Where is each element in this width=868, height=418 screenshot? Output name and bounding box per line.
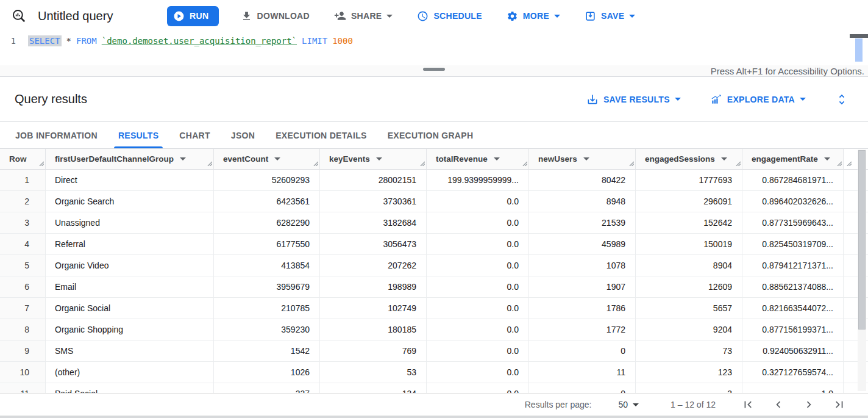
save-results-icon: [586, 93, 599, 106]
cell-newUsers: 1907: [529, 276, 636, 298]
tab-job-information[interactable]: JOB INFORMATION: [5, 122, 108, 148]
column-resize-icon[interactable]: [207, 159, 212, 168]
sql-keyword-limit: LIMIT: [302, 36, 327, 46]
chevron-down-icon: [554, 15, 560, 18]
column-sort-menu-icon[interactable]: [494, 157, 500, 160]
column-resize-icon[interactable]: [836, 159, 842, 168]
cell-engagedSessions: 9204: [636, 319, 742, 341]
play-icon: [173, 10, 185, 22]
column-header-engagementRate: engagementRate: [742, 149, 844, 170]
cell-totalRevenue: 0.0: [427, 341, 529, 362]
save-button[interactable]: SAVE: [582, 7, 638, 26]
sql-keyword-select: SELECT: [28, 35, 62, 46]
row-number: 1: [0, 170, 46, 191]
column-resize-icon[interactable]: [628, 159, 634, 168]
horizontal-scrollbar[interactable]: [0, 416, 868, 418]
first-page-button[interactable]: [740, 397, 756, 413]
column-header-firstUserDefaultChannelGroup: firstUserDefaultChannelGroup: [46, 149, 214, 170]
sql-code-line[interactable]: 1 SELECT * FROM `demo.demoset.user_acqui…: [0, 34, 868, 48]
query-results-header: Query results SAVE RESULTS EXPLORE DATA: [0, 77, 868, 122]
column-resize-icon[interactable]: [846, 159, 852, 168]
save-icon: [585, 10, 596, 22]
cell-engagedSessions: 3: [636, 383, 742, 393]
sql-editor[interactable]: 1 SELECT * FROM `demo.demoset.user_acqui…: [0, 34, 868, 65]
tab-execution-details[interactable]: EXECUTION DETAILS: [265, 122, 377, 148]
column-label: eventCount: [223, 154, 268, 164]
panel-resize-handle[interactable]: [423, 68, 445, 71]
chevron-down-icon: [633, 403, 639, 406]
column-resize-icon[interactable]: [735, 159, 741, 168]
cell-totalRevenue: 0.0: [427, 319, 529, 341]
column-header-engagedSessions: engagedSessions: [636, 149, 742, 170]
expand-panel-button[interactable]: [833, 89, 851, 110]
schedule-label: SCHEDULE: [433, 11, 482, 21]
run-button[interactable]: RUN: [167, 6, 219, 26]
cell-eventCount: 6282290: [214, 212, 320, 234]
gear-icon: [507, 10, 518, 22]
share-button[interactable]: SHARE: [332, 6, 396, 26]
query-icon: [11, 8, 27, 24]
tab-chart[interactable]: CHART: [169, 122, 221, 148]
column-label: engagementRate: [752, 154, 818, 164]
column-sort-menu-icon[interactable]: [376, 157, 382, 160]
cell-engagementRate: 0.877315969643...: [742, 212, 844, 234]
chevron-down-icon: [800, 98, 806, 101]
cell-eventCount: 359230: [214, 319, 320, 341]
explore-data-button[interactable]: EXPLORE DATA: [708, 90, 808, 109]
column-sort-menu-icon[interactable]: [583, 157, 589, 160]
previous-page-button[interactable]: [770, 397, 786, 413]
table-row: 8Organic Shopping3592301801850.017729204…: [0, 319, 868, 341]
table-scrollbar-track[interactable]: [858, 150, 866, 391]
cell-engagedSessions: 152642: [636, 212, 742, 234]
row-number: 2: [0, 191, 46, 212]
download-button[interactable]: DOWNLOAD: [238, 7, 312, 26]
prev-page-icon: [772, 398, 785, 411]
save-results-button[interactable]: SAVE RESULTS: [584, 90, 683, 109]
cell-engagementRate: 0.821663544072...: [742, 298, 844, 319]
column-resize-icon[interactable]: [522, 159, 527, 168]
query-title-group: Untitled query: [11, 8, 167, 24]
chevron-down-icon: [675, 98, 681, 101]
column-sort-menu-icon[interactable]: [274, 157, 280, 160]
table-row: 7Organic Social2107851027490.0178656570.…: [0, 298, 868, 319]
table-reference-link[interactable]: `demo.demoset.user_acquisition_report`: [102, 36, 297, 46]
chevron-down-icon: [386, 15, 393, 18]
cell-engagementRate: 0.879412171371...: [742, 255, 844, 276]
column-label: totalRevenue: [436, 154, 488, 164]
results-pagination-bar: Results per page: 50 1 – 12 of 12: [0, 393, 868, 416]
expand-icon: [835, 93, 848, 106]
tab-label: CHART: [179, 131, 210, 140]
explore-data-icon: [710, 93, 722, 106]
clock-icon: [417, 10, 429, 22]
cell-firstUserDefaultChannelGroup: Paid Social: [46, 383, 214, 393]
cell-engagementRate: 0.825450319709...: [742, 234, 844, 255]
column-resize-icon[interactable]: [419, 159, 425, 168]
column-resize-icon[interactable]: [313, 159, 318, 168]
tab-json[interactable]: JSON: [221, 122, 265, 148]
cell-totalRevenue: 0.0: [427, 255, 529, 276]
cell-keyEvents: 134: [320, 383, 427, 393]
editor-scrollbar[interactable]: [855, 38, 863, 62]
column-resize-icon[interactable]: [38, 159, 44, 168]
cell-engagedSessions: 12609: [636, 276, 742, 298]
row-number: 10: [0, 362, 46, 383]
line-number: 1: [0, 36, 28, 46]
cell-keyEvents: 53: [320, 362, 427, 383]
next-page-button[interactable]: [801, 397, 817, 413]
last-page-button[interactable]: [831, 397, 847, 413]
column-sort-menu-icon[interactable]: [721, 157, 727, 160]
table-scrollbar-thumb[interactable]: [858, 150, 866, 330]
column-sort-menu-icon[interactable]: [180, 157, 186, 160]
column-sort-menu-icon[interactable]: [824, 157, 830, 160]
toolbar-actions: RUN DOWNLOAD SHARE: [167, 6, 638, 26]
cell-engagementRate: 0.885621374088...: [742, 276, 844, 298]
query-results-title: Query results: [15, 92, 87, 106]
more-button[interactable]: MORE: [504, 7, 563, 26]
tab-execution-graph[interactable]: EXECUTION GRAPH: [377, 122, 484, 148]
tab-results[interactable]: RESULTS: [108, 122, 169, 148]
tab-label: EXECUTION DETAILS: [276, 131, 367, 140]
page-size-select[interactable]: 50: [618, 400, 639, 409]
cell-eventCount: 210785: [214, 298, 320, 319]
cell-keyEvents: 3730361: [320, 191, 427, 212]
schedule-button[interactable]: SCHEDULE: [414, 7, 484, 26]
